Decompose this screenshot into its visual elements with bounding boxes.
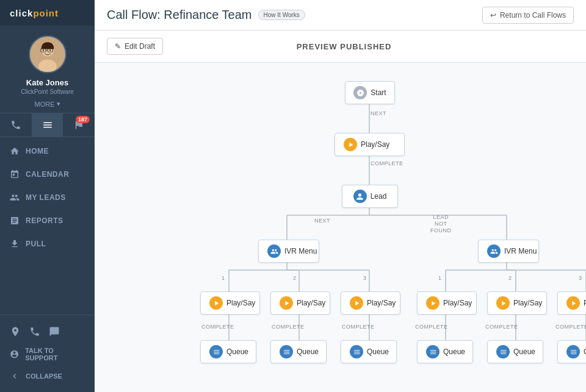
- queue-icon-6: [566, 345, 580, 358]
- flow-diagram: NEXT COMPLETE NEXT LEADNOTFOUND 1 2 3 1 …: [107, 75, 586, 392]
- node-start-label: Start: [371, 88, 386, 97]
- sidebar-item-reports[interactable]: REPORTS: [0, 209, 95, 232]
- logo: clickpoint: [10, 8, 59, 18]
- node-queue-3[interactable]: Queue: [341, 340, 397, 363]
- sidebar: clickpoint Kate Jones C: [0, 0, 95, 392]
- page-title: Call Flow: Refinance Team: [107, 8, 252, 22]
- node-playsay-7[interactable]: Play/Say: [557, 291, 586, 315]
- sidebar-item-home[interactable]: HOME: [0, 140, 95, 163]
- node-queue-6[interactable]: Queue: [557, 340, 586, 363]
- node-queue-2[interactable]: Queue: [270, 340, 327, 363]
- sidebar-item-my-leads[interactable]: MY LEADS: [0, 186, 95, 209]
- start-icon: [353, 86, 367, 99]
- user-company: ClickPoint Software: [21, 88, 74, 95]
- sidebar-item-pull[interactable]: PULL: [0, 232, 95, 255]
- queue-icon-4: [426, 345, 440, 358]
- how-it-works-button[interactable]: How It Works: [258, 10, 305, 20]
- node-lead-label: Lead: [371, 192, 387, 201]
- node-queue-5[interactable]: Queue: [487, 340, 543, 363]
- label-complete-ps4: COMPLETE: [415, 324, 448, 330]
- sidebar-item-calendar[interactable]: CALENDAR: [0, 163, 95, 186]
- node-playsay-1[interactable]: Play/Say: [335, 133, 405, 156]
- label-3b: 3: [579, 275, 582, 281]
- queue-icon-1: [209, 345, 223, 358]
- node-playsay-4[interactable]: Play/Say: [341, 291, 400, 315]
- playsay-icon-5: [426, 296, 440, 310]
- label-complete-ps5: COMPLETE: [485, 324, 518, 330]
- queue-icon-5: [496, 345, 510, 358]
- preview-label: PREVIEW PUBLISHED: [297, 42, 392, 51]
- node-playsay-1-label: Play/Say: [361, 140, 389, 149]
- playsay-icon-3: [280, 296, 293, 310]
- tab-menu[interactable]: [32, 113, 63, 137]
- node-ivr-1-label: IVR Menu: [284, 247, 317, 255]
- label-1a: 1: [222, 275, 225, 281]
- lead-icon: [353, 190, 367, 203]
- more-button[interactable]: MORE ▾: [35, 100, 60, 108]
- edit-draft-button[interactable]: ✎ Edit Draft: [107, 38, 163, 55]
- label-next-1: NEXT: [371, 110, 386, 116]
- return-to-call-flows-button[interactable]: ↩ Return to Call Flows: [482, 7, 574, 24]
- flow-canvas[interactable]: NEXT COMPLETE NEXT LEADNOTFOUND 1 2 3 1 …: [95, 63, 586, 392]
- label-complete-ps6: COMPLETE: [555, 324, 586, 330]
- node-ivr-2-label: IVR Menu: [504, 247, 537, 255]
- logo-area: clickpoint: [0, 0, 95, 26]
- ivr-icon-2: [487, 244, 501, 258]
- label-1b: 1: [438, 275, 442, 281]
- user-area: Kate Jones ClickPoint Software MORE ▾: [0, 26, 95, 113]
- node-lead[interactable]: Lead: [342, 185, 398, 208]
- tab-bar: 187: [0, 113, 95, 137]
- pencil-icon: ✎: [115, 42, 121, 51]
- chevron-down-icon: ▾: [57, 100, 60, 108]
- playsay-icon-2: [209, 296, 223, 310]
- node-playsay-2[interactable]: Play/Say: [200, 291, 260, 315]
- queue-icon-2: [280, 345, 293, 358]
- node-start[interactable]: Start: [345, 81, 395, 104]
- user-name: Kate Jones: [26, 78, 68, 87]
- toolbar: ✎ Edit Draft PREVIEW PUBLISHED: [95, 30, 586, 63]
- node-playsay-5[interactable]: Play/Say: [417, 291, 477, 315]
- avatar: [29, 35, 67, 73]
- node-playsay-3[interactable]: Play/Say: [270, 291, 330, 315]
- collapse-button[interactable]: COLLAPSE: [10, 366, 85, 386]
- node-queue-4[interactable]: Queue: [417, 340, 473, 363]
- tab-flag[interactable]: 187: [63, 113, 95, 137]
- label-2b: 2: [508, 275, 512, 281]
- bottom-icons: [10, 321, 85, 342]
- location-icon[interactable]: [10, 326, 21, 337]
- nav-items: HOME CALENDAR MY LEADS REPORTS PULL: [0, 137, 95, 315]
- label-complete-ps3: COMPLETE: [342, 324, 375, 330]
- node-playsay-6[interactable]: Play/Say: [487, 291, 547, 315]
- label-lead-not-found: LEADNOTFOUND: [430, 214, 452, 233]
- svg-point-2: [38, 59, 57, 73]
- node-queue-1[interactable]: Queue: [200, 340, 256, 363]
- node-ivr-1[interactable]: IVR Menu: [258, 240, 319, 263]
- label-complete-ps1: COMPLETE: [201, 324, 234, 330]
- tab-phone[interactable]: [0, 113, 32, 137]
- svg-point-7: [49, 49, 51, 51]
- queue-icon-3: [350, 345, 363, 358]
- top-bar: Call Flow: Refinance Team How It Works ↩…: [95, 0, 586, 30]
- chat-icon[interactable]: [49, 326, 60, 337]
- talk-to-support[interactable]: TALK TO SUPPORT: [10, 342, 85, 366]
- main-content: Call Flow: Refinance Team How It Works ↩…: [95, 0, 586, 392]
- playsay-icon-4: [350, 296, 363, 310]
- svg-point-6: [42, 49, 43, 51]
- ivr-icon-1: [267, 244, 281, 258]
- playsay-icon-6: [496, 296, 510, 310]
- playsay-icon-7: [566, 296, 580, 310]
- sidebar-bottom: TALK TO SUPPORT COLLAPSE: [0, 315, 95, 392]
- label-2a: 2: [293, 275, 297, 281]
- label-next-2: NEXT: [314, 218, 330, 224]
- label-3a: 3: [363, 275, 367, 281]
- label-complete-ps2: COMPLETE: [272, 324, 305, 330]
- label-complete-1: COMPLETE: [371, 160, 403, 166]
- notification-badge: 187: [76, 116, 90, 123]
- playsay-icon-1: [344, 138, 357, 151]
- phone-forward-icon[interactable]: [29, 326, 40, 337]
- node-ivr-2[interactable]: IVR Menu: [478, 240, 539, 263]
- return-icon: ↩: [490, 11, 496, 20]
- page-title-area: Call Flow: Refinance Team How It Works: [107, 8, 305, 22]
